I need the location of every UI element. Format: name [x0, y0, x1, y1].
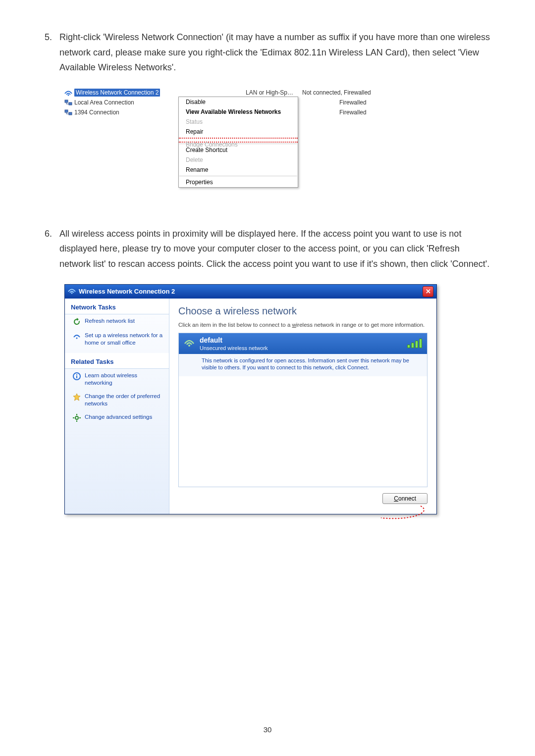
dialog-sidebar: Network Tasks Refresh network list Set u… [65, 299, 169, 514]
svg-point-6 [76, 337, 78, 339]
network-security: Unsecured wireless network [200, 345, 268, 351]
dialog-main: Choose a wireless network Click an item … [169, 299, 436, 514]
dialog-heading: Choose a wireless network [178, 305, 428, 317]
svg-rect-4 [69, 112, 72, 115]
close-button[interactable]: ✕ [423, 286, 433, 297]
network-description: This network is configured for open acce… [179, 354, 427, 377]
connection-1394[interactable]: 1394 Connection [74, 109, 119, 116]
network-ssid: default [200, 336, 268, 344]
gear-icon [73, 414, 81, 422]
figure-context-menu: Wireless Network Connection 2 LAN or Hig… [64, 88, 386, 211]
star-icon [73, 393, 81, 401]
menu-delete: Delete [179, 155, 298, 165]
sidebar-item-label: Change the order of preferred networks [85, 393, 163, 407]
sidebar-item-label: Change advanced settings [85, 413, 152, 421]
step-6: 6. All wireless access points in proximi… [45, 226, 490, 272]
menu-disable[interactable]: Disable [179, 97, 298, 107]
wifi-icon [64, 89, 72, 96]
step-text: Right-click 'Wireless Network Connection… [59, 30, 490, 75]
dialog-subtext: Click an item in the list below to conne… [178, 322, 428, 328]
svg-rect-8 [76, 376, 77, 378]
context-menu: Disable View Available Wireless Networks… [178, 97, 298, 188]
network-item-default[interactable]: default Unsecured wireless network [179, 333, 427, 354]
step-5: 5. Right-click 'Wireless Network Connect… [45, 30, 490, 75]
sidebar-item-advanced[interactable]: Change advanced settings [65, 410, 169, 425]
status-firewalled-2: Firewalled [339, 109, 386, 116]
menu-repair[interactable]: Repair [179, 127, 298, 137]
menu-separator-2 [179, 176, 297, 176]
menu-properties[interactable]: Properties [179, 177, 298, 187]
menu-create-shortcut[interactable]: Create Shortcut [179, 145, 298, 155]
figure-wireless-dialog: Wireless Network Connection 2 ✕ Network … [64, 284, 437, 514]
svg-point-0 [68, 94, 69, 96]
refresh-icon [73, 318, 81, 326]
info-icon [73, 372, 81, 380]
sidebar-section-related-tasks: Related Tasks [65, 353, 169, 369]
step-text: All wireless access points in proximity … [59, 226, 490, 272]
svg-point-10 [75, 416, 78, 419]
svg-rect-2 [69, 102, 72, 105]
dialog-title: Wireless Network Connection 2 [79, 288, 175, 295]
svg-point-15 [188, 345, 190, 347]
svg-rect-1 [65, 100, 68, 102]
dialog-titlebar: Wireless Network Connection 2 ✕ [65, 285, 436, 299]
svg-rect-9 [76, 374, 77, 375]
sidebar-item-setup[interactable]: Set up a wireless network for a home or … [65, 329, 169, 350]
connection-wireless[interactable]: Wireless Network Connection 2 [74, 89, 160, 97]
ieee1394-icon [64, 109, 72, 116]
sidebar-section-network-tasks: Network Tasks [65, 299, 169, 314]
svg-rect-3 [65, 110, 68, 112]
status-value: Not connected, Firewalled [302, 89, 386, 96]
menu-view-networks[interactable]: View Available Wireless Networks [179, 107, 298, 117]
wifi-icon [184, 338, 195, 349]
menu-status: Status [179, 117, 298, 127]
connect-button[interactable]: Connect [382, 493, 428, 504]
sidebar-item-learn[interactable]: Learn about wireless networking [65, 369, 169, 390]
connection-local[interactable]: Local Area Connection [74, 99, 134, 106]
wifi-icon [68, 287, 76, 296]
sidebar-item-label: Learn about wireless networking [85, 372, 163, 387]
lan-icon [64, 99, 72, 106]
close-icon: ✕ [426, 288, 431, 295]
signal-strength-icon [407, 339, 422, 348]
page-number: 30 [5, 725, 530, 734]
status-firewalled: Firewalled [339, 99, 386, 106]
sidebar-item-order[interactable]: Change the order of preferred networks [65, 390, 169, 410]
menu-rename[interactable]: Rename [179, 165, 298, 175]
annotation-dotted-sep-1 [179, 138, 298, 139]
sidebar-item-label: Refresh network list [85, 317, 135, 325]
svg-point-5 [71, 293, 73, 294]
network-list: default Unsecured wireless network This … [178, 333, 428, 487]
status-column-header: LAN or High-Sp… [176, 89, 302, 96]
sidebar-item-label: Set up a wireless network for a home or … [85, 332, 163, 347]
step-number: 6. [45, 226, 59, 242]
setup-icon [73, 332, 81, 340]
sidebar-item-refresh[interactable]: Refresh network list [65, 314, 169, 329]
step-number: 5. [45, 30, 59, 45]
